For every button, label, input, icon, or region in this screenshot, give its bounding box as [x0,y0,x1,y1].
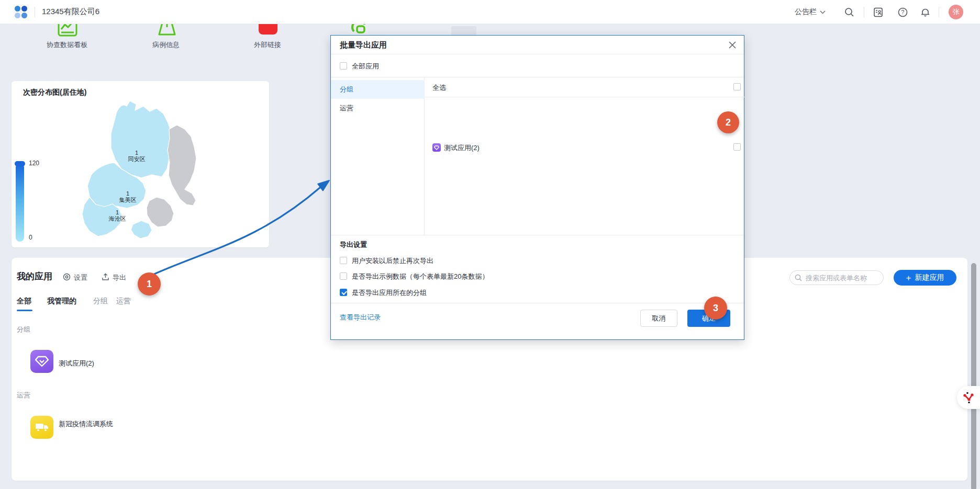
app-logo[interactable] [15,6,27,18]
my-apps-title: 我的应用 [17,270,52,282]
map-color-scale-handle[interactable] [15,161,25,166]
new-app-button[interactable]: + 新建应用 [894,270,956,286]
new-app-label: 新建应用 [915,273,944,282]
company-name: 12345有限公司6 [42,7,99,17]
divider [864,7,864,17]
app-name[interactable]: 测试应用(2) [59,358,113,369]
annotation-marker-2: 2 [717,111,739,133]
select-all-checkbox[interactable] [733,83,741,90]
modal-app-checkbox[interactable] [733,143,741,151]
map-scale-max: 120 [29,160,39,167]
announcement-dropdown[interactable]: 公告栏 [795,7,826,17]
modal-option-checkbox-1[interactable] [340,272,347,280]
chevron-down-icon [820,10,826,14]
tab-operation[interactable]: 运营 [116,297,131,306]
modal-option-label: 是否导出示例数据（每个表单最新20条数据） [352,272,488,281]
map-value: 1 [135,150,138,156]
modal-group-panel: 分组 运营 [331,77,425,235]
shortcut-label[interactable]: 协查数据看板 [47,40,87,50]
export-label: 导出 [113,273,126,282]
tab-managed[interactable]: 我管理的 [47,297,76,306]
group-label: 运营 [17,391,30,400]
app-name[interactable]: 新冠疫情流调系统 [59,419,113,429]
purple-gem-app-icon[interactable] [30,350,53,373]
search-icon[interactable] [843,6,855,18]
select-all-label: 全选 [432,83,446,93]
modal-title: 批量导出应用 [340,40,387,50]
gear-icon [63,273,71,282]
divider [939,7,939,17]
close-icon[interactable] [728,41,737,49]
modal-header: 批量导出应用 [331,36,744,54]
divider [331,303,744,303]
district-map: 1 同安区 1 集美区 1 海沧区 [12,81,269,247]
map-region-label: 海沧区 [109,215,126,222]
annotation-marker-1: 1 [138,272,161,295]
map-region-label: 集美区 [119,197,137,203]
svg-text:?: ? [901,9,904,15]
divider [331,235,744,235]
search-icon [795,274,802,281]
scrollbar-thumb[interactable] [971,263,976,489]
modal-app-panel: 全选 测试应用(2) [425,77,745,235]
settings-button[interactable]: 设置 [63,273,87,282]
modal-group-tab-yunying[interactable]: 运营 [331,99,425,118]
all-apps-row: 全部应用 [331,54,744,77]
annotation-marker-3: 3 [704,297,727,320]
all-apps-checkbox[interactable] [340,62,347,70]
top-navbar: 12345有限公司6 公告栏 [0,0,980,24]
bell-icon[interactable] [919,6,931,18]
all-apps-label: 全部应用 [352,62,379,71]
cancel-button[interactable]: 取消 [640,310,677,327]
help-icon[interactable]: ? [897,6,908,18]
batch-export-modal: 批量导出应用 全部应用 分组 运营 全选 [330,35,744,340]
modal-option-checkbox-2[interactable] [340,289,347,296]
announcement-label: 公告栏 [795,7,817,17]
map-value: 1 [116,209,119,215]
map-value: 1 [126,190,129,197]
network-graph-icon [962,391,975,404]
modal-option-checkbox-0[interactable] [340,257,347,264]
active-tab-underline [17,310,32,311]
export-settings-title: 导出设置 [340,240,367,249]
map-scale-min: 0 [29,234,32,241]
yellow-truck-app-icon[interactable] [30,416,53,439]
modal-option-label: 用户安装以后禁止再次导出 [352,256,433,266]
modal-group-tab-fenzu[interactable]: 分组 [331,80,425,99]
app-search [789,270,884,285]
search-input[interactable] [789,270,884,285]
purple-gem-app-icon-small [432,143,441,152]
select-all-row: 全选 [425,77,745,97]
modal-option-label: 是否导出应用所在的分组 [352,288,427,298]
user-avatar[interactable]: 张 [949,5,963,19]
export-button[interactable]: 导出 [102,273,126,282]
group-label: 分组 [17,325,30,334]
divider [35,7,35,17]
map-color-scale[interactable] [16,163,24,242]
settings-label: 设置 [74,273,87,282]
map-region-label: 同安区 [128,156,146,162]
contacts-book-icon[interactable] [872,6,884,18]
modal-app-name: 测试应用(2) [444,143,480,153]
tab-all[interactable]: 全部 [17,297,31,306]
export-icon [102,273,109,282]
page-root: 协查数据看板 病例信息 外部链接 次密分布图(居住地) [0,0,980,489]
shortcut-label[interactable]: 外部链接 [254,40,281,50]
view-export-records-link[interactable]: 查看导出记录 [340,313,381,322]
map-card: 次密分布图(居住地) 1 同安区 1 集美区 1 海沧区 120 0 [12,81,269,247]
network-widget-button[interactable] [957,386,980,409]
shortcut-label[interactable]: 病例信息 [152,40,180,50]
plus-icon: + [906,274,911,282]
tab-group[interactable]: 分组 [93,297,108,306]
